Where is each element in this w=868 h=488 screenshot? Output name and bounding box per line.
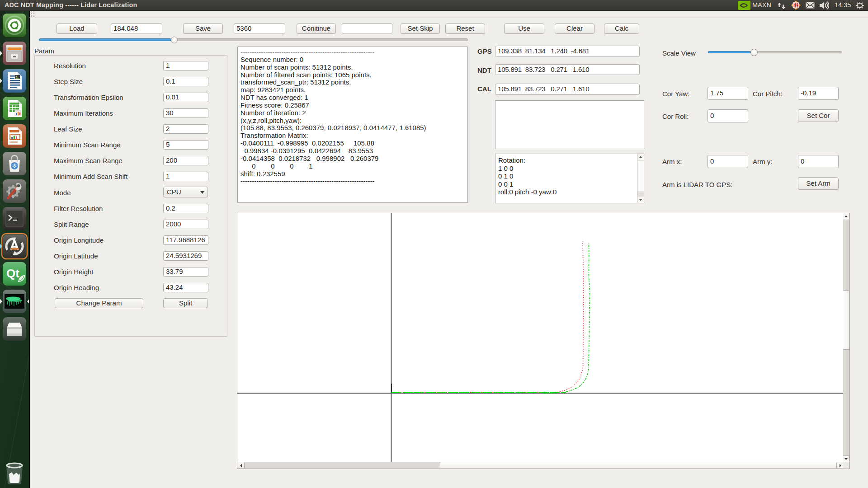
svg-text:Qt: Qt: [6, 267, 19, 280]
